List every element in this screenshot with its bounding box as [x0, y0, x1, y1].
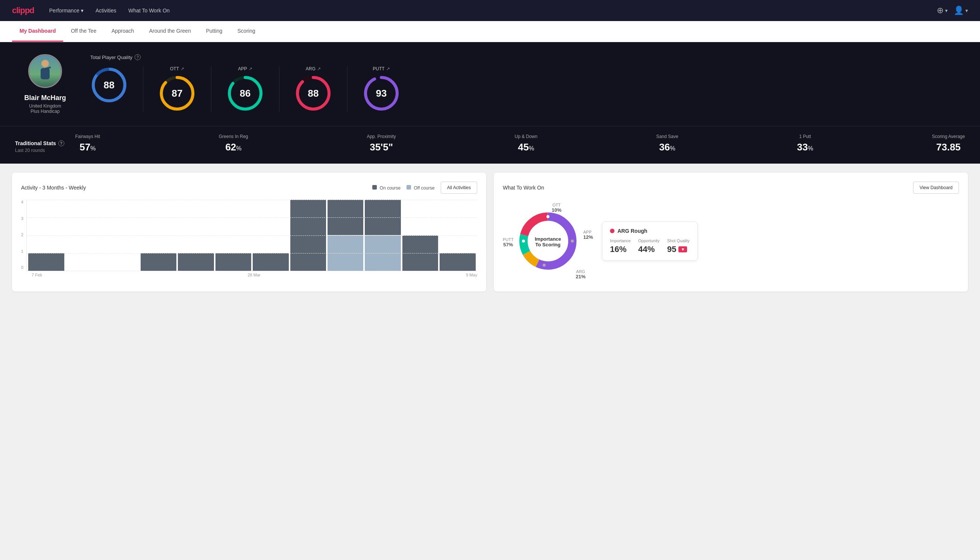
nav-what-to-work-on[interactable]: What To Work On [128, 8, 170, 13]
score-label-app: APP ↗ [238, 66, 252, 72]
overlay-stats: Importance 16% Opportunity 44% Shot Qual… [610, 238, 690, 254]
all-activities-button[interactable]: All Activities [441, 182, 477, 194]
score-total-value: 88 [104, 79, 115, 91]
legend-dot-offcourse [406, 185, 411, 190]
svg-line-2 [45, 67, 51, 69]
traditional-stats-title: Traditional Stats ? [15, 140, 75, 146]
activity-card-header: Activity - 3 Months - Weekly On course O… [21, 182, 477, 194]
trend-up-icon: ↗ [386, 66, 390, 72]
user-icon: 👤 [954, 6, 964, 15]
stat-updown: Up & Down 45% [514, 134, 537, 153]
donut-chart-wrap: OTT 10% APP 12% ARG 21% PUTT [503, 200, 593, 282]
stat-oneputt: 1 Putt 33% [797, 134, 813, 153]
tab-approach[interactable]: Approach [104, 21, 141, 42]
stat-proximity: App. Proximity 35'5" [367, 134, 396, 153]
score-card-app: APP ↗ 86 [211, 66, 280, 112]
stat-value-proximity: 35'5" [369, 142, 393, 153]
score-cards: 88 OTT ↗ 87 [90, 66, 965, 112]
overlay-stat-shotquality: Shot Quality 95 ▼ [667, 238, 690, 254]
overlay-dot [610, 229, 614, 233]
svg-point-0 [42, 60, 49, 67]
wtwo-card-header: What To Work On View Dashboard [503, 182, 959, 194]
plus-circle-icon: ⊕ [937, 6, 943, 15]
stat-card-overlay: ARG Rough Importance 16% Opportunity 44%… [602, 222, 697, 261]
wtwo-title: What To Work On [503, 185, 544, 191]
chart-body [26, 200, 477, 271]
x-axis-labels: 7 Feb 28 Mar 9 May [21, 273, 477, 277]
nav-activities[interactable]: Activities [95, 8, 116, 13]
gauge-app: 86 [226, 75, 264, 112]
traditional-stats-subtitle: Last 20 rounds [15, 148, 75, 153]
logo[interactable]: clippd [12, 6, 34, 15]
activity-chart-card: Activity - 3 Months - Weekly On course O… [12, 173, 486, 292]
donut-section: OTT 10% APP 12% ARG 21% PUTT [503, 200, 959, 282]
stat-value-sandsave: 36% [659, 142, 676, 153]
stat-value-oneputt: 33% [797, 142, 813, 153]
hero-section: Blair McHarg United Kingdom Plus Handica… [0, 42, 980, 126]
nav-right: ⊕ ▾ 👤 ▾ [937, 6, 968, 15]
svg-rect-1 [41, 68, 50, 79]
activity-bar-chart: 4 3 2 1 0 [21, 200, 477, 282]
score-arg-value: 88 [308, 88, 319, 99]
nav-links: Performance ▾ Activities What To Work On [49, 8, 170, 13]
stat-value-gir: 62% [225, 142, 241, 153]
stat-value-updown: 45% [518, 142, 534, 153]
trend-up-icon: ↗ [317, 66, 321, 72]
tab-scoring[interactable]: Scoring [230, 21, 263, 42]
tab-my-dashboard[interactable]: My Dashboard [12, 21, 63, 42]
add-button[interactable]: ⊕ ▾ [937, 6, 948, 15]
score-card-total: 88 [90, 66, 143, 112]
what-to-work-on-card: What To Work On View Dashboard OTT 10% A… [494, 173, 968, 292]
stats-bar: Traditional Stats ? Last 20 rounds Fairw… [0, 126, 980, 163]
gauge-ott: 87 [158, 75, 196, 112]
svg-point-18 [546, 215, 549, 218]
overlay-stat-importance: Importance 16% [610, 238, 631, 254]
gauge-total: 88 [90, 66, 128, 104]
chevron-down-icon: ▾ [965, 8, 968, 13]
score-card-arg: ARG ↗ 88 [280, 66, 348, 112]
help-icon[interactable]: ? [58, 140, 64, 146]
donut-center: Importance To Scoring [535, 236, 561, 247]
overlay-title: ARG Rough [610, 228, 690, 234]
stat-name: App. Proximity [367, 134, 396, 139]
trend-up-icon: ↗ [181, 66, 184, 72]
stat-value-scoring: 73.85 [937, 142, 961, 153]
chevron-down-icon: ▾ [945, 8, 948, 13]
player-name: Blair McHarg [24, 94, 66, 102]
help-icon[interactable]: ? [135, 54, 141, 60]
activity-chart-title: Activity - 3 Months - Weekly [21, 185, 86, 191]
tab-putting[interactable]: Putting [198, 21, 230, 42]
score-label-arg: ARG ↗ [306, 66, 321, 72]
avatar [28, 54, 62, 88]
score-label-putt: PUTT ↗ [373, 66, 389, 72]
user-menu[interactable]: 👤 ▾ [954, 6, 968, 15]
trend-up-icon: ↗ [249, 66, 252, 72]
stat-name: 1 Putt [799, 134, 811, 139]
score-app-value: 86 [240, 88, 251, 99]
tab-off-the-tee[interactable]: Off the Tee [63, 21, 104, 42]
donut-svg-wrap: Importance To Scoring [514, 207, 582, 277]
score-card-putt: PUTT ↗ 93 [348, 66, 415, 112]
gauge-putt: 93 [363, 75, 400, 112]
stat-label-group: Traditional Stats ? Last 20 rounds [15, 140, 75, 153]
donut-outer: OTT 10% APP 12% ARG 21% PUTT [503, 200, 593, 282]
svg-point-19 [571, 240, 574, 243]
view-dashboard-button[interactable]: View Dashboard [913, 182, 959, 194]
nav-performance[interactable]: Performance ▾ [49, 8, 83, 13]
shot-quality-badge: ▼ [679, 246, 687, 252]
score-label-ott: OTT ↗ [170, 66, 184, 72]
bottom-section: Activity - 3 Months - Weekly On course O… [0, 163, 980, 300]
stats-row: Fairways Hit 57% Greens In Reg 62% App. … [75, 134, 965, 153]
score-putt-value: 93 [376, 88, 387, 99]
player-info: Blair McHarg United Kingdom Plus Handica… [15, 54, 75, 114]
stat-scoring: Scoring Average 73.85 [932, 134, 965, 153]
stat-name: Greens In Reg [219, 134, 248, 139]
stat-fairways-hit: Fairways Hit 57% [75, 134, 100, 153]
tab-around-the-green[interactable]: Around the Green [141, 21, 198, 42]
tpq-label: Total Player Quality ? [90, 54, 965, 60]
activity-legend: On course Off course All Activities [372, 182, 477, 194]
gauge-arg: 88 [294, 75, 332, 112]
stat-name: Scoring Average [932, 134, 965, 139]
donut-label-app: APP 12% [583, 230, 593, 240]
top-nav: clippd Performance ▾ Activities What To … [0, 0, 980, 21]
